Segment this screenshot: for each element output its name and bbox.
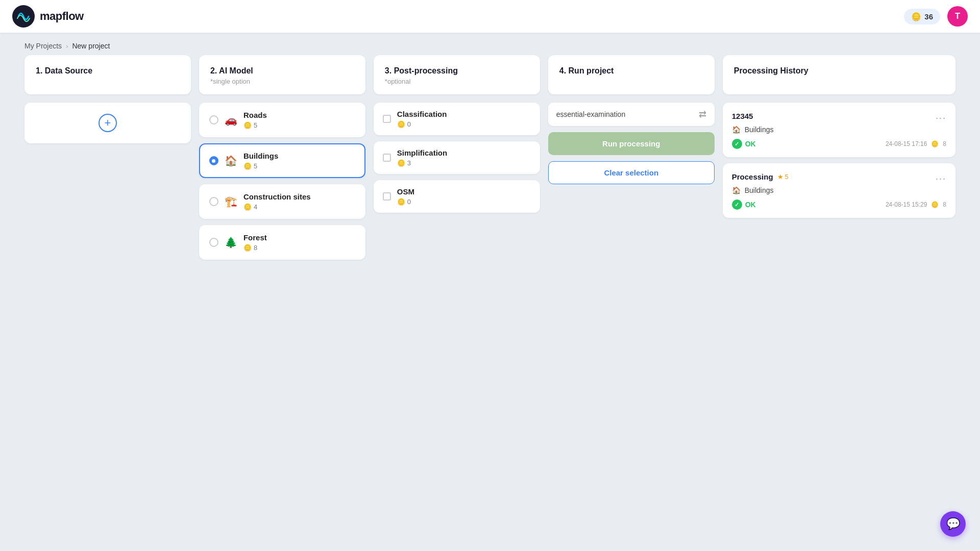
radio-construction[interactable] xyxy=(209,197,218,206)
simplification-cost: 🪙 3 xyxy=(397,159,447,167)
buildings-icon: 🏠 xyxy=(225,155,237,167)
chat-icon: 💬 xyxy=(946,517,960,531)
construction-cost: 🪙 4 xyxy=(243,203,311,211)
content-row: + 🚗 Roads 🪙 5 🏠 Buildings xyxy=(24,103,955,260)
run-project-panel: essential-examination ⇄ Run processing C… xyxy=(548,103,715,184)
history-item-1-id-star: Processing ★ 5 xyxy=(732,172,789,181)
classification-content: Classification 🪙 0 xyxy=(397,110,447,128)
star-count-1: 5 xyxy=(785,173,789,181)
forest-icon: 🌲 xyxy=(225,236,237,248)
avatar[interactable]: T xyxy=(947,6,968,27)
step-card-5: Processing History xyxy=(723,55,955,94)
model-option-buildings[interactable]: 🏠 Buildings 🪙 5 xyxy=(199,143,365,178)
breadcrumb-current: New project xyxy=(72,42,110,50)
data-source-panel[interactable]: + xyxy=(24,103,191,143)
simplification-name: Simplification xyxy=(397,148,447,157)
step-5-title: Processing History xyxy=(734,66,944,76)
history-item-1-model-icon: 🏠 xyxy=(732,186,741,194)
check-icon-0: ✓ xyxy=(732,139,742,149)
history-item-0: 12345 ... 🏠 Buildings ✓ OK 24-08-15 17:1… xyxy=(723,103,955,157)
star-rating-1: ★ 5 xyxy=(777,173,789,181)
model-option-roads[interactable]: 🚗 Roads 🪙 5 xyxy=(199,103,365,137)
pp-option-simplification[interactable]: Simplification 🪙 3 xyxy=(374,141,540,174)
model-option-forest[interactable]: 🌲 Forest 🪙 8 xyxy=(199,225,365,260)
status-label-1: OK xyxy=(745,201,756,209)
roads-icon: 🚗 xyxy=(225,114,237,126)
status-label-0: OK xyxy=(745,140,756,148)
simplification-content: Simplification 🪙 3 xyxy=(397,148,447,167)
radio-forest[interactable] xyxy=(209,238,218,247)
history-item-1-layers: 8 xyxy=(943,201,946,208)
construction-icon: 🏗️ xyxy=(225,195,237,208)
radio-buildings[interactable] xyxy=(209,156,218,165)
history-item-0-layers: 8 xyxy=(943,140,946,147)
history-item-1-meta: 24-08-15 15:29 🪙 8 xyxy=(886,201,946,208)
step-card-2: 2. AI Model *single option xyxy=(199,55,365,94)
logo: mapflow xyxy=(12,5,84,28)
stack-icon-roads: 🪙 xyxy=(243,121,252,129)
processing-history: 12345 ... 🏠 Buildings ✓ OK 24-08-15 17:1… xyxy=(723,103,955,218)
breadcrumb: My Projects › New project xyxy=(0,33,980,55)
stack-icon-construction: 🪙 xyxy=(243,203,252,211)
forest-name: Forest xyxy=(243,233,267,242)
history-item-1-more[interactable]: ... xyxy=(936,171,946,182)
credits-badge[interactable]: 🪙 36 xyxy=(904,9,940,24)
roads-cost: 🪙 5 xyxy=(243,121,267,129)
buildings-cost: 🪙 5 xyxy=(243,162,278,170)
history-item-0-model: 🏠 Buildings xyxy=(732,126,946,134)
roads-name: Roads xyxy=(243,111,267,119)
step-2-subtitle: *single option xyxy=(210,78,354,85)
history-item-1-id: Processing xyxy=(732,172,773,181)
step-3-title: 3. Post-processing xyxy=(385,66,529,76)
star-icon-1: ★ xyxy=(777,173,783,181)
clear-selection-button[interactable]: Clear selection xyxy=(548,161,715,184)
credits-count: 36 xyxy=(924,12,933,21)
project-name-input[interactable]: essential-examination ⇄ xyxy=(548,103,715,126)
step-card-4: 4. Run project xyxy=(548,55,715,94)
pp-option-osm[interactable]: OSM 🪙 0 xyxy=(374,180,540,213)
check-icon-1: ✓ xyxy=(732,199,742,210)
step-card-3: 3. Post-processing *optional xyxy=(374,55,540,94)
history-item-0-more[interactable]: ... xyxy=(936,111,946,121)
step-4-title: 4. Run project xyxy=(559,66,703,76)
radio-roads[interactable] xyxy=(209,115,218,124)
chat-button[interactable]: 💬 xyxy=(940,511,966,537)
pp-option-classification[interactable]: Classification 🪙 0 xyxy=(374,103,540,135)
step-1-title: 1. Data Source xyxy=(36,66,180,76)
construction-name: Construction sites xyxy=(243,192,311,201)
history-item-0-meta: 24-08-15 17:16 🪙 8 xyxy=(886,140,946,147)
forest-cost: 🪙 8 xyxy=(243,244,267,252)
history-item-0-status: ✓ OK xyxy=(732,139,756,149)
layers-icon-1: 🪙 xyxy=(931,201,939,208)
checkbox-osm[interactable] xyxy=(383,192,391,201)
history-item-1-model-name: Buildings xyxy=(745,186,774,194)
history-item-1-model: 🏠 Buildings xyxy=(732,186,946,194)
osm-name: OSM xyxy=(397,187,414,196)
add-data-source-button[interactable]: + xyxy=(99,114,117,132)
history-item-0-id: 12345 xyxy=(732,112,753,120)
model-option-construction[interactable]: 🏗️ Construction sites 🪙 4 xyxy=(199,184,365,219)
ai-model-options: 🚗 Roads 🪙 5 🏠 Buildings 🪙 5 xyxy=(199,103,365,260)
history-item-1-status-row: ✓ OK 24-08-15 15:29 🪙 8 xyxy=(732,199,946,210)
buildings-name: Buildings xyxy=(243,152,278,160)
logo-icon xyxy=(12,5,35,28)
breadcrumb-parent[interactable]: My Projects xyxy=(24,42,62,50)
breadcrumb-separator: › xyxy=(66,42,68,50)
history-item-0-status-row: ✓ OK 24-08-15 17:16 🪙 8 xyxy=(732,139,946,149)
osm-cost: 🪙 0 xyxy=(397,198,414,206)
credits-icon: 🪙 xyxy=(911,12,921,21)
run-processing-button[interactable]: Run processing xyxy=(548,132,715,155)
step-card-1: 1. Data Source xyxy=(24,55,191,94)
checkbox-classification[interactable] xyxy=(383,115,391,123)
shuffle-icon[interactable]: ⇄ xyxy=(699,109,706,120)
roads-content: Roads 🪙 5 xyxy=(243,111,267,129)
stack-icon-buildings: 🪙 xyxy=(243,162,252,170)
history-item-1-header: Processing ★ 5 ... xyxy=(732,171,946,182)
osm-content: OSM 🪙 0 xyxy=(397,187,414,206)
layers-icon-0: 🪙 xyxy=(931,140,939,147)
classification-name: Classification xyxy=(397,110,447,118)
post-processing-options: Classification 🪙 0 Simplification 🪙 3 xyxy=(374,103,540,213)
main-content: 1. Data Source 2. AI Model *single optio… xyxy=(0,55,980,280)
logo-text: mapflow xyxy=(40,10,84,23)
checkbox-simplification[interactable] xyxy=(383,154,391,162)
